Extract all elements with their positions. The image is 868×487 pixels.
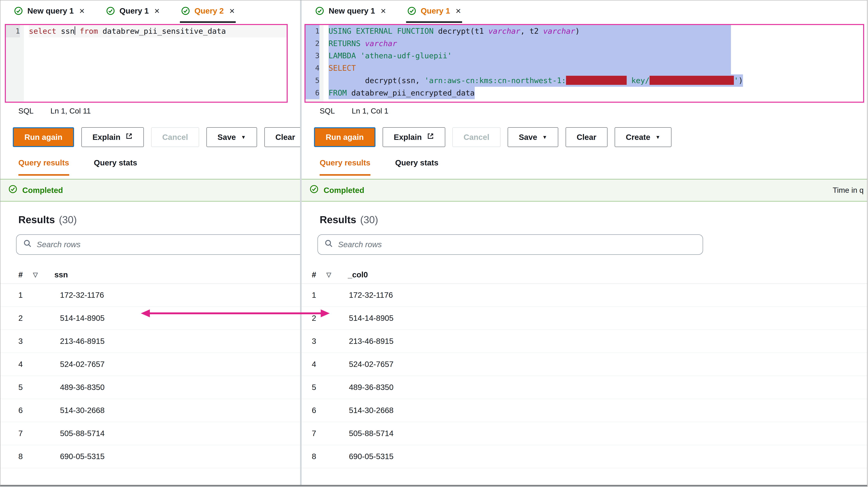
tab-label: Query 1 bbox=[421, 6, 450, 15]
row-value: 514-14-8905 bbox=[60, 314, 104, 323]
tab-query-results[interactable]: Query results bbox=[19, 158, 69, 176]
tab-query-2[interactable]: Query 2 × bbox=[180, 0, 236, 23]
table-row: 1172-32-1176 bbox=[302, 284, 867, 307]
status-badge: Completed bbox=[323, 186, 364, 195]
line-number: 6 bbox=[306, 87, 320, 99]
column-header-value[interactable]: _col0 bbox=[348, 270, 368, 279]
row-value: 514-30-2668 bbox=[349, 406, 394, 415]
table-row: 4524-02-7657 bbox=[0, 353, 300, 376]
search-icon bbox=[23, 239, 32, 250]
close-icon[interactable]: × bbox=[154, 6, 159, 15]
panel-divider bbox=[300, 0, 302, 485]
line-number: 5 bbox=[306, 74, 320, 87]
row-index: 1 bbox=[312, 291, 349, 300]
results-count: (30) bbox=[360, 214, 378, 226]
tab-label: New query 1 bbox=[27, 6, 74, 15]
row-value: 514-30-2668 bbox=[60, 406, 104, 415]
close-icon[interactable]: × bbox=[456, 6, 461, 15]
external-link-icon bbox=[427, 132, 434, 142]
chevron-down-icon: ▼ bbox=[655, 135, 660, 140]
table-row: 7505-88-5714 bbox=[0, 422, 300, 445]
results-tabbar: Query results Query stats bbox=[302, 158, 867, 176]
search-rows-input[interactable] bbox=[338, 240, 696, 249]
row-index: 2 bbox=[312, 314, 349, 323]
line-number: 2 bbox=[306, 37, 320, 50]
run-again-button[interactable]: Run again bbox=[314, 127, 375, 147]
tab-query-stats[interactable]: Query stats bbox=[94, 158, 137, 176]
row-index: 5 bbox=[312, 383, 349, 392]
table-header: # ▽ ssn bbox=[0, 266, 300, 284]
row-index: 7 bbox=[312, 429, 349, 438]
tab-new-query-1[interactable]: New query 1 × bbox=[314, 0, 387, 23]
save-button[interactable]: Save ▼ bbox=[508, 127, 558, 147]
tab-query-1[interactable]: Query 1 × bbox=[406, 0, 462, 23]
editor-statusline: SQL Ln 1, Col 1 bbox=[302, 103, 867, 120]
tab-query-1[interactable]: Query 1 × bbox=[105, 0, 161, 23]
line-number: 1 bbox=[6, 25, 20, 37]
row-value: 489-36-8350 bbox=[349, 383, 394, 392]
close-icon[interactable]: × bbox=[381, 6, 386, 15]
create-button[interactable]: Create ▼ bbox=[615, 127, 671, 147]
save-button[interactable]: Save ▼ bbox=[207, 127, 257, 147]
tab-new-query-1[interactable]: New query 1 × bbox=[13, 0, 86, 23]
redaction-block bbox=[566, 76, 627, 85]
explain-button[interactable]: Explain bbox=[82, 127, 144, 147]
search-rows-input[interactable] bbox=[37, 240, 300, 249]
row-index: 4 bbox=[19, 360, 60, 369]
external-link-icon bbox=[125, 132, 133, 142]
sql-editor[interactable]: select ssn from databrew_pii_sensitive_d… bbox=[24, 25, 287, 102]
cancel-button[interactable]: Cancel bbox=[151, 127, 199, 147]
check-circle-icon bbox=[14, 6, 23, 15]
editor-statusline: SQL Ln 1, Col 11 bbox=[0, 103, 300, 120]
close-icon[interactable]: × bbox=[229, 6, 235, 15]
table-row: 5489-36-8350 bbox=[302, 376, 867, 399]
code-line: RETURNS varchar bbox=[329, 37, 863, 50]
sql-editor[interactable]: USING EXTERNAL FUNCTION decrypt(t1 varch… bbox=[323, 25, 863, 102]
row-value: 505-88-5714 bbox=[349, 429, 394, 438]
run-again-button[interactable]: Run again bbox=[13, 127, 74, 147]
language-label: SQL bbox=[19, 107, 34, 115]
sort-icon[interactable]: ▽ bbox=[327, 271, 348, 279]
code-line: FROM databrew_pii_encrypted_data bbox=[329, 87, 863, 99]
clear-button[interactable]: Clear bbox=[265, 127, 300, 147]
table-row: 7505-88-5714 bbox=[302, 422, 867, 445]
column-header-index: # bbox=[19, 270, 33, 279]
editor-gutter: 1 bbox=[6, 25, 24, 102]
query-status-banner: Completed bbox=[0, 179, 300, 201]
chevron-down-icon: ▼ bbox=[241, 135, 246, 140]
column-header-index: # bbox=[312, 270, 327, 279]
sort-icon[interactable]: ▽ bbox=[33, 271, 54, 279]
cursor-position: Ln 1, Col 11 bbox=[51, 107, 91, 115]
row-value: 514-14-8905 bbox=[349, 314, 394, 323]
results-table: # ▽ _col0 1172-32-1176 2514-14-8905 3213… bbox=[302, 266, 867, 468]
table-row: 6514-30-2668 bbox=[0, 399, 300, 422]
tab-query-results[interactable]: Query results bbox=[320, 158, 370, 176]
sql-editor-annotated-box: 1 2 3 4 5 6 7 USING EXTERNAL FUNCTION de… bbox=[305, 24, 864, 103]
row-value: 524-02-7657 bbox=[60, 360, 104, 369]
clear-button[interactable]: Clear bbox=[566, 127, 608, 147]
table-header: # ▽ _col0 bbox=[302, 266, 867, 284]
table-row: 2514-14-8905 bbox=[302, 307, 867, 330]
results-title: Results bbox=[320, 214, 356, 226]
query-status-banner: Completed Time in q bbox=[302, 179, 867, 201]
check-circle-icon bbox=[315, 6, 324, 15]
row-value: 489-36-8350 bbox=[60, 383, 104, 392]
tab-query-stats[interactable]: Query stats bbox=[395, 158, 438, 176]
code-line: select ssn from databrew_pii_sensitive_d… bbox=[29, 25, 287, 37]
code-line: LAMBDA 'athena-udf-gluepii' bbox=[329, 50, 863, 62]
results-heading: Results (30) bbox=[0, 214, 300, 226]
explain-button[interactable]: Explain bbox=[383, 127, 445, 147]
row-index: 4 bbox=[312, 360, 349, 369]
close-icon[interactable]: × bbox=[79, 6, 85, 15]
row-index: 3 bbox=[19, 337, 60, 346]
redaction-block bbox=[650, 76, 734, 85]
code-line: USING EXTERNAL FUNCTION decrypt(t1 varch… bbox=[329, 25, 863, 37]
action-buttons: Run again Explain Cancel Save ▼ Clear bbox=[0, 127, 300, 147]
row-index: 8 bbox=[19, 452, 60, 461]
column-header-value[interactable]: ssn bbox=[54, 270, 68, 279]
row-value: 213-46-8915 bbox=[349, 337, 394, 346]
left-query-panel: New query 1 × Query 1 × Query 2 × bbox=[0, 0, 300, 485]
time-in-queue-label: Time in q bbox=[833, 186, 864, 194]
row-index: 8 bbox=[312, 452, 349, 461]
cancel-button[interactable]: Cancel bbox=[453, 127, 500, 147]
